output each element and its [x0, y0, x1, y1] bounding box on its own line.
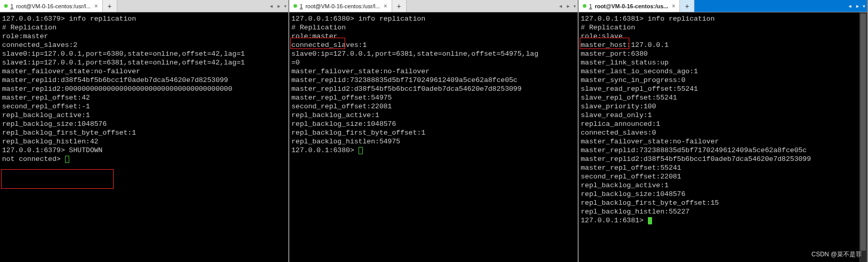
tab-title: root@VM-0-16-centos:/usr/l... — [305, 3, 380, 9]
terminal-line: master_failover_state:no-failover — [581, 137, 865, 146]
tab-bar: 1 root@VM-0-16-centos:/us... × + ◄►▾ — [579, 0, 867, 12]
terminal-line: master_link_status:up — [581, 58, 865, 67]
new-tab-button[interactable]: + — [680, 0, 694, 12]
terminal-line: repl_backlog_histlen:54975 — [291, 137, 576, 146]
terminal-line: repl_backlog_histlen:42 — [2, 137, 286, 146]
tab-title: root@VM-0-16-centos:/us... — [595, 3, 668, 9]
terminal-line: # Replication — [581, 23, 865, 32]
terminal-line: master_replid2:0000000000000000000000000… — [2, 85, 286, 93]
terminal-line: repl_backlog_first_byte_offset:15 — [581, 199, 865, 207]
terminal-output[interactable]: 127.0.0.1:6381> info replication# Replic… — [579, 12, 867, 262]
terminal-line: master_replid:732388835d5bf7170249612409… — [291, 76, 576, 85]
close-icon[interactable]: × — [95, 3, 98, 10]
terminal-tab[interactable]: 1 root@VM-0-16-centos:/usr/l... × — [0, 0, 103, 12]
status-dot-icon — [583, 4, 586, 8]
terminal-pane-2: 1 root@VM-0-16-centos:/usr/l... × + ◄►▾ … — [289, 0, 579, 262]
terminal-line: master_repl_offset:55241 — [581, 163, 865, 172]
scrollbar[interactable] — [859, 12, 867, 262]
close-icon[interactable]: × — [384, 3, 388, 10]
terminal-line: connected_slaves:0 — [581, 128, 865, 137]
terminal-output[interactable]: 127.0.0.1:6380> info replication# Replic… — [289, 12, 578, 262]
terminal-line: slave0:ip=127.0.0.1,port=6380,state=onli… — [2, 50, 286, 58]
terminal-line: master_failover_state:no-failover — [2, 67, 286, 76]
terminal-pane-1: 1 root@VM-0-16-centos:/usr/l... × + ◄►▾ … — [0, 0, 289, 262]
tab-overflow[interactable]: ◄►▾ — [846, 0, 867, 12]
terminal-line: 127.0.0.1:6380> info replication — [291, 14, 576, 23]
tab-title: root@VM-0-16-centos:/usr/l... — [16, 3, 90, 9]
terminal-line: repl_backlog_first_byte_offset:1 — [291, 128, 576, 137]
terminal-line: master_replid2:d38f54bf5b6bcc1f0adeb7dca… — [581, 155, 865, 163]
terminal-line: repl_backlog_size:1048576 — [291, 120, 576, 128]
new-tab-button[interactable]: + — [392, 0, 407, 12]
terminal-tab[interactable]: 1 root@VM-0-16-centos:/us... × — [579, 0, 680, 12]
terminal-line: connected_slaves:1 — [291, 41, 576, 50]
terminal-line: role:slave — [581, 32, 865, 41]
terminal-line: role:master — [291, 32, 576, 41]
terminal-line: slave0:ip=127.0.0.1,port=6381,state=onli… — [291, 50, 576, 58]
terminal-line: 127.0.0.1:6379> info replication — [2, 14, 286, 23]
terminal-line: second_repl_offset:-1 — [2, 102, 286, 111]
terminal-line: second_repl_offset:22081 — [581, 172, 865, 181]
terminal-line: second_repl_offset:22081 — [291, 102, 576, 111]
terminal-line: master_replid:d38f54bf5b6bcc1f0adeb7dca5… — [2, 76, 286, 85]
terminal-pane-3: 1 root@VM-0-16-centos:/us... × + ◄►▾ 127… — [579, 0, 868, 262]
tab-index: 1 — [300, 3, 303, 9]
tab-index: 1 — [589, 3, 592, 9]
terminal-line: master_repl_offset:54975 — [291, 93, 576, 102]
terminal-line: not connected> — [2, 155, 286, 163]
terminal-line: role:master — [2, 32, 286, 41]
highlight-box — [1, 169, 114, 189]
terminal-line: repl_backlog_size:1048576 — [2, 120, 286, 128]
terminal-line: 127.0.0.1:6381> — [581, 216, 865, 225]
tab-overflow[interactable]: ◄►▾ — [268, 0, 288, 12]
terminal-line: master_sync_in_progress:0 — [581, 76, 865, 85]
terminal-line: master_last_io_seconds_ago:1 — [581, 67, 865, 76]
tab-bar: 1 root@VM-0-16-centos:/usr/l... × + ◄►▾ — [0, 0, 288, 12]
terminal-line: # Replication — [291, 23, 576, 32]
terminal-line: repl_backlog_size:1048576 — [581, 190, 865, 199]
terminal-line: replica_announced:1 — [581, 120, 865, 128]
terminal-line: repl_backlog_first_byte_offset:1 — [2, 128, 286, 137]
terminal-line: slave_repl_offset:55241 — [581, 93, 865, 102]
terminal-line: repl_backlog_active:1 — [2, 111, 286, 120]
watermark: CSDN @菜不是罪 — [811, 250, 862, 259]
terminal-output[interactable]: 127.0.0.1:6379> info replication# Replic… — [0, 12, 288, 262]
terminal-line: 127.0.0.1:6381> info replication — [581, 14, 865, 23]
close-icon[interactable]: × — [672, 3, 675, 10]
terminal-line: slave_priority:100 — [581, 102, 865, 111]
status-dot-icon — [293, 4, 297, 8]
terminal-line: connected_slaves:2 — [2, 41, 286, 50]
terminal-line: repl_backlog_active:1 — [291, 111, 576, 120]
status-dot-icon — [4, 4, 8, 8]
terminal-line: 127.0.0.1:6379> SHUTDOWN — [2, 146, 286, 155]
terminal-line: repl_backlog_histlen:55227 — [581, 207, 865, 216]
terminal-tab[interactable]: 1 root@VM-0-16-centos:/usr/l... × — [289, 0, 392, 12]
terminal-line: slave1:ip=127.0.0.1,port=6381,state=onli… — [2, 58, 286, 67]
tab-overflow[interactable]: ◄►▾ — [557, 0, 578, 12]
terminal-line: =0 — [291, 58, 576, 67]
tab-bar: 1 root@VM-0-16-centos:/usr/l... × + ◄►▾ — [289, 0, 578, 12]
terminal-line: slave_read_repl_offset:55241 — [581, 85, 865, 93]
cursor-icon — [359, 147, 363, 154]
new-tab-button[interactable]: + — [103, 0, 117, 12]
cursor-icon — [65, 156, 69, 163]
cursor-icon — [648, 217, 652, 224]
terminal-line: master_replid:732388835d5bf7170249612409… — [581, 146, 865, 155]
terminal-line: master_replid2:d38f54bf5b6bcc1f0adeb7dca… — [291, 85, 576, 93]
tab-index: 1 — [10, 3, 13, 9]
terminal-line: slave_read_only:1 — [581, 111, 865, 120]
terminal-line: # Replication — [2, 23, 286, 32]
terminal-line: 127.0.0.1:6380> — [291, 146, 576, 155]
terminal-line: master_host:127.0.0.1 — [581, 41, 865, 50]
terminal-line: master_failover_state:no-failover — [291, 67, 576, 76]
scrollbar-thumb[interactable] — [860, 13, 866, 251]
terminal-line: repl_backlog_active:1 — [581, 181, 865, 190]
terminal-line: master_port:6380 — [581, 50, 865, 58]
terminal-line: master_repl_offset:42 — [2, 93, 286, 102]
